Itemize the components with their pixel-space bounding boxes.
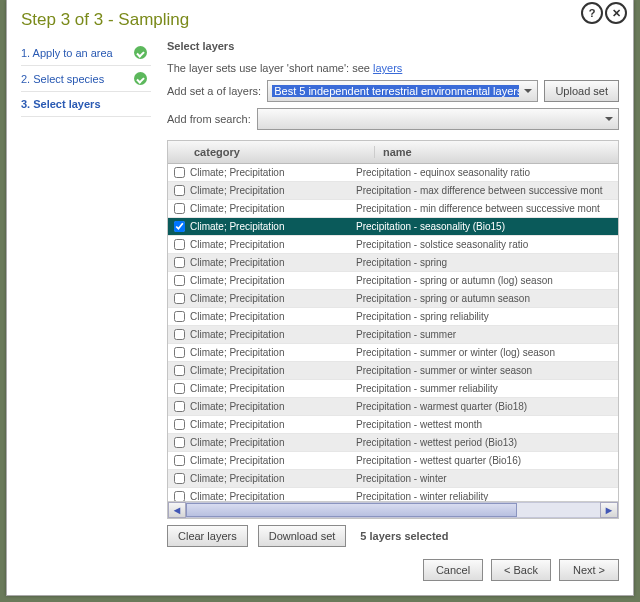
cell-category: Climate; Precipitation (190, 455, 348, 466)
cell-category: Climate; Precipitation (190, 473, 348, 484)
scroll-left-icon[interactable]: ◄ (168, 502, 186, 518)
wizard-step[interactable]: 1. Apply to an area (21, 40, 151, 66)
clear-layers-button[interactable]: Clear layers (167, 525, 248, 547)
cell-category: Climate; Precipitation (190, 329, 348, 340)
table-row[interactable]: Climate; PrecipitationPrecipitation - eq… (168, 164, 618, 182)
cell-category: Climate; Precipitation (190, 203, 348, 214)
cell-name: Precipitation - spring or autumn season (348, 293, 618, 304)
table-row[interactable]: Climate; PrecipitationPrecipitation - sp… (168, 308, 618, 326)
row-checkbox[interactable] (174, 473, 185, 484)
table-row[interactable]: Climate; PrecipitationPrecipitation - ma… (168, 182, 618, 200)
cell-category: Climate; Precipitation (190, 221, 348, 232)
check-icon (134, 46, 147, 59)
dialog-title: Step 3 of 3 - Sampling (21, 10, 619, 30)
cancel-button[interactable]: Cancel (423, 559, 483, 581)
table-row[interactable]: Climate; PrecipitationPrecipitation - sp… (168, 290, 618, 308)
row-checkbox[interactable] (174, 401, 185, 412)
cell-name: Precipitation - wettest quarter (Bio16) (348, 455, 618, 466)
cell-category: Climate; Precipitation (190, 491, 348, 501)
table-row[interactable]: Climate; PrecipitationPrecipitation - wi… (168, 488, 618, 501)
cell-name: Precipitation - summer (348, 329, 618, 340)
scroll-thumb[interactable] (186, 503, 517, 517)
cell-name: Precipitation - equinox seasonality rati… (348, 167, 618, 178)
table-row[interactable]: Climate; PrecipitationPrecipitation - wa… (168, 398, 618, 416)
row-checkbox[interactable] (174, 329, 185, 340)
table-row[interactable]: Climate; PrecipitationPrecipitation - so… (168, 236, 618, 254)
scroll-right-icon[interactable]: ► (600, 502, 618, 518)
search-dropdown[interactable] (257, 108, 619, 130)
cell-name: Precipitation - seasonality (Bio15) (348, 221, 618, 232)
help-icon[interactable]: ? (581, 2, 603, 24)
table-row[interactable]: Climate; PrecipitationPrecipitation - we… (168, 452, 618, 470)
horizontal-scrollbar[interactable]: ◄ ► (168, 501, 618, 518)
row-checkbox[interactable] (174, 347, 185, 358)
add-set-label: Add set a of layers: (167, 85, 261, 97)
cell-category: Climate; Precipitation (190, 257, 348, 268)
row-checkbox[interactable] (174, 491, 185, 501)
cell-name: Precipitation - winter (348, 473, 618, 484)
column-category[interactable]: category (168, 146, 375, 158)
row-checkbox[interactable] (174, 257, 185, 268)
download-set-button[interactable]: Download set (258, 525, 347, 547)
cell-category: Climate; Precipitation (190, 401, 348, 412)
row-checkbox[interactable] (174, 383, 185, 394)
cell-name: Precipitation - summer or winter season (348, 365, 618, 376)
layer-set-selected: Best 5 independent terrestrial environme… (272, 85, 519, 97)
cell-name: Precipitation - wettest period (Bio13) (348, 437, 618, 448)
row-checkbox[interactable] (174, 311, 185, 322)
cell-name: Precipitation - solstice seasonality rat… (348, 239, 618, 250)
layer-set-dropdown[interactable]: Best 5 independent terrestrial environme… (267, 80, 538, 102)
cell-category: Climate; Precipitation (190, 437, 348, 448)
grid-body[interactable]: Climate; PrecipitationPrecipitation - eq… (168, 164, 618, 501)
close-icon[interactable]: ✕ (605, 2, 627, 24)
wizard-step[interactable]: 3. Select layers (21, 92, 151, 117)
row-checkbox[interactable] (174, 203, 185, 214)
cell-category: Climate; Precipitation (190, 293, 348, 304)
row-checkbox[interactable] (174, 185, 185, 196)
step-label: 3. Select layers (21, 98, 101, 110)
back-button[interactable]: < Back (491, 559, 551, 581)
next-button[interactable]: Next > (559, 559, 619, 581)
table-row[interactable]: Climate; PrecipitationPrecipitation - se… (168, 218, 618, 236)
table-row[interactable]: Climate; PrecipitationPrecipitation - sp… (168, 254, 618, 272)
cell-category: Climate; Precipitation (190, 167, 348, 178)
column-name[interactable]: name (375, 146, 618, 158)
intro-text: The layer sets use layer 'short name': s… (167, 62, 619, 74)
cell-name: Precipitation - wettest month (348, 419, 618, 430)
table-row[interactable]: Climate; PrecipitationPrecipitation - sp… (168, 272, 618, 290)
cell-category: Climate; Precipitation (190, 185, 348, 196)
row-checkbox[interactable] (174, 419, 185, 430)
row-checkbox[interactable] (174, 275, 185, 286)
row-checkbox[interactable] (174, 221, 185, 232)
table-row[interactable]: Climate; PrecipitationPrecipitation - su… (168, 380, 618, 398)
cell-name: Precipitation - warmest quarter (Bio18) (348, 401, 618, 412)
layers-link[interactable]: layers (373, 62, 402, 74)
cell-name: Precipitation - max difference between s… (348, 185, 618, 196)
table-row[interactable]: Climate; PrecipitationPrecipitation - su… (168, 344, 618, 362)
cell-name: Precipitation - min difference between s… (348, 203, 618, 214)
table-row[interactable]: Climate; PrecipitationPrecipitation - we… (168, 434, 618, 452)
check-icon (134, 72, 147, 85)
cell-name: Precipitation - spring (348, 257, 618, 268)
upload-set-button[interactable]: Upload set (544, 80, 619, 102)
cell-name: Precipitation - summer or winter (log) s… (348, 347, 618, 358)
table-row[interactable]: Climate; PrecipitationPrecipitation - su… (168, 362, 618, 380)
row-checkbox[interactable] (174, 293, 185, 304)
sampling-dialog: ? ✕ Step 3 of 3 - Sampling 1. Apply to a… (6, 0, 634, 596)
cell-name: Precipitation - spring or autumn (log) s… (348, 275, 618, 286)
row-checkbox[interactable] (174, 167, 185, 178)
table-row[interactable]: Climate; PrecipitationPrecipitation - mi… (168, 200, 618, 218)
table-row[interactable]: Climate; PrecipitationPrecipitation - we… (168, 416, 618, 434)
section-label: Select layers (167, 40, 619, 52)
table-row[interactable]: Climate; PrecipitationPrecipitation - wi… (168, 470, 618, 488)
row-checkbox[interactable] (174, 239, 185, 250)
cell-name: Precipitation - summer reliability (348, 383, 618, 394)
row-checkbox[interactable] (174, 365, 185, 376)
row-checkbox[interactable] (174, 455, 185, 466)
table-row[interactable]: Climate; PrecipitationPrecipitation - su… (168, 326, 618, 344)
wizard-step[interactable]: 2. Select species (21, 66, 151, 92)
cell-category: Climate; Precipitation (190, 365, 348, 376)
cell-category: Climate; Precipitation (190, 347, 348, 358)
cell-category: Climate; Precipitation (190, 275, 348, 286)
row-checkbox[interactable] (174, 437, 185, 448)
